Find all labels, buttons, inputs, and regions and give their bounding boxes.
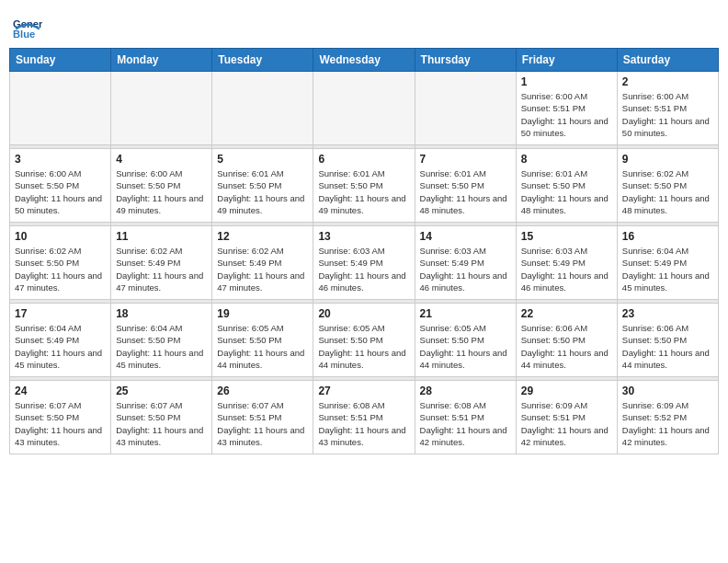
calendar-cell: 23Sunrise: 6:06 AMSunset: 5:50 PMDayligh… xyxy=(617,304,718,377)
day-number: 9 xyxy=(622,153,713,166)
calendar-cell: 16Sunrise: 6:04 AMSunset: 5:49 PMDayligh… xyxy=(617,226,718,300)
header-friday: Friday xyxy=(516,49,617,72)
day-number: 10 xyxy=(15,230,106,243)
calendar-cell: 12Sunrise: 6:02 AMSunset: 5:49 PMDayligh… xyxy=(212,226,313,300)
calendar-header-row: SundayMondayTuesdayWednesdayThursdayFrid… xyxy=(10,49,719,72)
logo-icon: General Blue xyxy=(13,13,42,42)
header-saturday: Saturday xyxy=(617,49,718,72)
day-number: 2 xyxy=(622,75,713,88)
day-number: 11 xyxy=(116,230,207,243)
day-number: 24 xyxy=(15,385,106,397)
day-number: 28 xyxy=(420,385,511,397)
calendar-cell xyxy=(212,72,313,145)
day-info: Sunrise: 6:04 AMSunset: 5:50 PMDaylight:… xyxy=(116,322,207,371)
day-info: Sunrise: 6:06 AMSunset: 5:50 PMDaylight:… xyxy=(622,322,713,371)
day-number: 27 xyxy=(318,385,409,397)
day-number: 5 xyxy=(217,153,308,166)
calendar-cell: 20Sunrise: 6:05 AMSunset: 5:50 PMDayligh… xyxy=(313,304,415,377)
calendar-cell: 5Sunrise: 6:01 AMSunset: 5:50 PMDaylight… xyxy=(212,149,313,223)
calendar-cell: 29Sunrise: 6:09 AMSunset: 5:51 PMDayligh… xyxy=(516,381,617,454)
calendar-table: SundayMondayTuesdayWednesdayThursdayFrid… xyxy=(9,48,719,454)
calendar-cell: 18Sunrise: 6:04 AMSunset: 5:50 PMDayligh… xyxy=(111,304,212,377)
day-info: Sunrise: 6:07 AMSunset: 5:50 PMDaylight:… xyxy=(116,399,207,448)
day-info: Sunrise: 6:00 AMSunset: 5:50 PMDaylight:… xyxy=(116,167,207,216)
calendar-cell: 28Sunrise: 6:08 AMSunset: 5:51 PMDayligh… xyxy=(415,381,516,454)
day-info: Sunrise: 6:07 AMSunset: 5:50 PMDaylight:… xyxy=(15,399,106,448)
day-number: 6 xyxy=(318,153,409,166)
day-info: Sunrise: 6:08 AMSunset: 5:51 PMDaylight:… xyxy=(318,399,409,448)
week-row-2: 3Sunrise: 6:00 AMSunset: 5:50 PMDaylight… xyxy=(10,149,719,223)
calendar-cell: 7Sunrise: 6:01 AMSunset: 5:50 PMDaylight… xyxy=(415,149,516,223)
calendar-cell: 3Sunrise: 6:00 AMSunset: 5:50 PMDaylight… xyxy=(10,149,111,223)
day-number: 19 xyxy=(217,307,308,320)
calendar-cell: 4Sunrise: 6:00 AMSunset: 5:50 PMDaylight… xyxy=(111,149,212,223)
calendar-cell xyxy=(415,72,516,145)
day-info: Sunrise: 6:02 AMSunset: 5:49 PMDaylight:… xyxy=(116,245,207,293)
day-number: 22 xyxy=(521,307,612,320)
day-info: Sunrise: 6:04 AMSunset: 5:49 PMDaylight:… xyxy=(15,322,106,371)
week-row-4: 17Sunrise: 6:04 AMSunset: 5:49 PMDayligh… xyxy=(10,304,719,377)
day-number: 25 xyxy=(116,385,207,397)
day-info: Sunrise: 6:03 AMSunset: 5:49 PMDaylight:… xyxy=(521,245,612,293)
calendar-cell: 2Sunrise: 6:00 AMSunset: 5:51 PMDaylight… xyxy=(617,72,718,145)
calendar-cell: 27Sunrise: 6:08 AMSunset: 5:51 PMDayligh… xyxy=(313,381,415,454)
day-number: 18 xyxy=(116,307,207,320)
week-row-1: 1Sunrise: 6:00 AMSunset: 5:51 PMDaylight… xyxy=(10,72,719,145)
day-number: 26 xyxy=(217,385,308,397)
calendar-cell xyxy=(111,72,212,145)
day-info: Sunrise: 6:07 AMSunset: 5:51 PMDaylight:… xyxy=(217,399,308,448)
day-number: 1 xyxy=(521,75,612,88)
week-row-5: 24Sunrise: 6:07 AMSunset: 5:50 PMDayligh… xyxy=(10,381,719,454)
calendar-cell: 26Sunrise: 6:07 AMSunset: 5:51 PMDayligh… xyxy=(212,381,313,454)
day-info: Sunrise: 6:03 AMSunset: 5:49 PMDaylight:… xyxy=(318,245,409,293)
day-info: Sunrise: 6:08 AMSunset: 5:51 PMDaylight:… xyxy=(420,399,511,448)
calendar-cell: 1Sunrise: 6:00 AMSunset: 5:51 PMDaylight… xyxy=(516,72,617,145)
day-info: Sunrise: 6:02 AMSunset: 5:49 PMDaylight:… xyxy=(217,245,308,293)
day-number: 29 xyxy=(521,385,612,397)
calendar-cell: 22Sunrise: 6:06 AMSunset: 5:50 PMDayligh… xyxy=(516,304,617,377)
day-info: Sunrise: 6:09 AMSunset: 5:51 PMDaylight:… xyxy=(521,399,612,448)
day-info: Sunrise: 6:02 AMSunset: 5:50 PMDaylight:… xyxy=(622,167,713,216)
header-tuesday: Tuesday xyxy=(212,49,313,72)
day-info: Sunrise: 6:00 AMSunset: 5:51 PMDaylight:… xyxy=(622,90,713,139)
logo: General Blue xyxy=(13,13,46,42)
calendar-cell: 19Sunrise: 6:05 AMSunset: 5:50 PMDayligh… xyxy=(212,304,313,377)
calendar-cell: 21Sunrise: 6:05 AMSunset: 5:50 PMDayligh… xyxy=(415,304,516,377)
calendar-cell: 30Sunrise: 6:09 AMSunset: 5:52 PMDayligh… xyxy=(617,381,718,454)
calendar-cell: 13Sunrise: 6:03 AMSunset: 5:49 PMDayligh… xyxy=(313,226,415,300)
header-thursday: Thursday xyxy=(415,49,516,72)
calendar-cell xyxy=(313,72,415,145)
day-number: 21 xyxy=(420,307,511,320)
day-info: Sunrise: 6:05 AMSunset: 5:50 PMDaylight:… xyxy=(318,322,409,371)
day-number: 14 xyxy=(420,230,511,243)
day-info: Sunrise: 6:01 AMSunset: 5:50 PMDaylight:… xyxy=(318,167,409,216)
day-number: 8 xyxy=(521,153,612,166)
calendar-cell: 10Sunrise: 6:02 AMSunset: 5:50 PMDayligh… xyxy=(10,226,111,300)
day-info: Sunrise: 6:09 AMSunset: 5:52 PMDaylight:… xyxy=(622,399,713,448)
calendar-cell: 6Sunrise: 6:01 AMSunset: 5:50 PMDaylight… xyxy=(313,149,415,223)
day-info: Sunrise: 6:02 AMSunset: 5:50 PMDaylight:… xyxy=(15,245,106,293)
page-header: General Blue xyxy=(9,9,719,42)
calendar-cell xyxy=(10,72,111,145)
calendar-cell: 25Sunrise: 6:07 AMSunset: 5:50 PMDayligh… xyxy=(111,381,212,454)
day-number: 7 xyxy=(420,153,511,166)
calendar-cell: 11Sunrise: 6:02 AMSunset: 5:49 PMDayligh… xyxy=(111,226,212,300)
day-number: 12 xyxy=(217,230,308,243)
calendar-cell: 17Sunrise: 6:04 AMSunset: 5:49 PMDayligh… xyxy=(10,304,111,377)
day-number: 16 xyxy=(622,230,713,243)
svg-text:Blue: Blue xyxy=(13,29,35,40)
day-info: Sunrise: 6:04 AMSunset: 5:49 PMDaylight:… xyxy=(622,245,713,293)
day-number: 13 xyxy=(318,230,409,243)
day-info: Sunrise: 6:06 AMSunset: 5:50 PMDaylight:… xyxy=(521,322,612,371)
day-info: Sunrise: 6:00 AMSunset: 5:51 PMDaylight:… xyxy=(521,90,612,139)
calendar-cell: 15Sunrise: 6:03 AMSunset: 5:49 PMDayligh… xyxy=(516,226,617,300)
day-info: Sunrise: 6:00 AMSunset: 5:50 PMDaylight:… xyxy=(15,167,106,216)
header-monday: Monday xyxy=(111,49,212,72)
day-info: Sunrise: 6:05 AMSunset: 5:50 PMDaylight:… xyxy=(217,322,308,371)
day-number: 17 xyxy=(15,307,106,320)
header-sunday: Sunday xyxy=(10,49,111,72)
calendar-cell: 8Sunrise: 6:01 AMSunset: 5:50 PMDaylight… xyxy=(516,149,617,223)
day-info: Sunrise: 6:05 AMSunset: 5:50 PMDaylight:… xyxy=(420,322,511,371)
day-info: Sunrise: 6:01 AMSunset: 5:50 PMDaylight:… xyxy=(420,167,511,216)
day-info: Sunrise: 6:01 AMSunset: 5:50 PMDaylight:… xyxy=(217,167,308,216)
